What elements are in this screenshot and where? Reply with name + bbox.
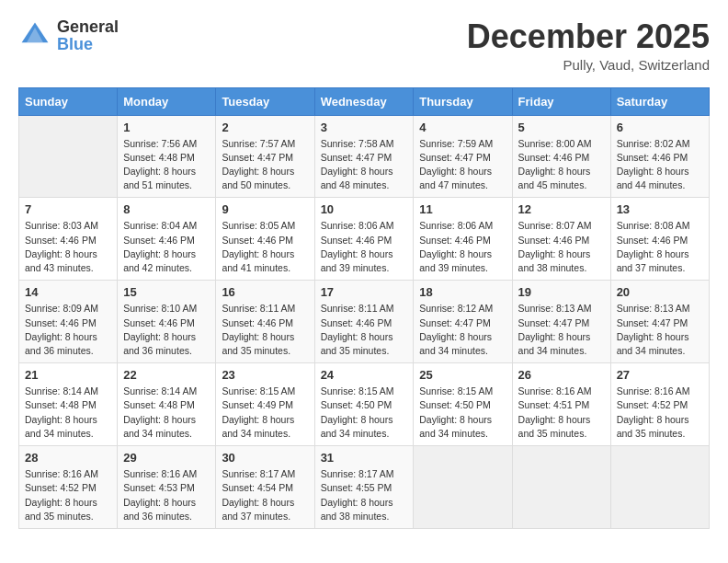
calendar-cell [512, 446, 610, 529]
calendar-cell: 9Sunrise: 8:05 AMSunset: 4:46 PMDaylight… [216, 198, 314, 281]
calendar-cell [610, 446, 709, 529]
cell-info: Sunrise: 7:56 AMSunset: 4:48 PMDaylight:… [123, 137, 210, 193]
title-block: December 2025 Pully, Vaud, Switzerland [467, 18, 710, 73]
day-number: 16 [222, 285, 308, 299]
logo-general: General [57, 17, 119, 36]
calendar-cell: 24Sunrise: 8:15 AMSunset: 4:50 PMDayligh… [314, 363, 414, 446]
cell-info: Sunrise: 8:17 AMSunset: 4:54 PMDaylight:… [222, 467, 308, 523]
weekday-header-sunday: Sunday [19, 87, 118, 115]
cell-info: Sunrise: 8:06 AMSunset: 4:46 PMDaylight:… [419, 219, 506, 275]
cell-info: Sunrise: 8:14 AMSunset: 4:48 PMDaylight:… [25, 385, 111, 441]
day-number: 9 [222, 202, 308, 216]
weekday-header-tuesday: Tuesday [216, 87, 314, 115]
day-number: 24 [321, 368, 408, 382]
cell-info: Sunrise: 8:11 AMSunset: 4:46 PMDaylight:… [321, 302, 408, 358]
week-row-1: 1Sunrise: 7:56 AMSunset: 4:48 PMDaylight… [19, 115, 710, 198]
logo-text: General Blue [57, 18, 119, 53]
day-number: 5 [518, 121, 605, 134]
week-row-4: 21Sunrise: 8:14 AMSunset: 4:48 PMDayligh… [19, 363, 710, 446]
day-number: 17 [321, 285, 408, 299]
weekday-header-monday: Monday [118, 87, 216, 115]
cell-info: Sunrise: 8:09 AMSunset: 4:46 PMDaylight:… [25, 302, 111, 358]
cell-info: Sunrise: 8:17 AMSunset: 4:55 PMDaylight:… [321, 467, 408, 523]
day-number: 26 [518, 368, 605, 382]
cell-info: Sunrise: 8:14 AMSunset: 4:48 PMDaylight:… [123, 385, 210, 441]
day-number: 25 [419, 368, 506, 382]
calendar-cell: 30Sunrise: 8:17 AMSunset: 4:54 PMDayligh… [216, 446, 314, 529]
calendar-cell: 16Sunrise: 8:11 AMSunset: 4:46 PMDayligh… [216, 281, 314, 363]
day-number: 18 [419, 285, 506, 299]
cell-info: Sunrise: 8:11 AMSunset: 4:46 PMDaylight:… [222, 302, 308, 358]
day-number: 15 [123, 285, 210, 299]
day-number: 10 [321, 202, 408, 216]
calendar-cell: 26Sunrise: 8:16 AMSunset: 4:51 PMDayligh… [512, 363, 610, 446]
cell-info: Sunrise: 8:13 AMSunset: 4:47 PMDaylight:… [518, 302, 605, 358]
cell-info: Sunrise: 7:57 AMSunset: 4:47 PMDaylight:… [222, 137, 308, 193]
calendar-table: SundayMondayTuesdayWednesdayThursdayFrid… [18, 87, 710, 529]
calendar-cell: 28Sunrise: 8:16 AMSunset: 4:52 PMDayligh… [19, 446, 118, 529]
logo-blue: Blue [57, 35, 93, 53]
calendar-cell: 13Sunrise: 8:08 AMSunset: 4:46 PMDayligh… [610, 198, 709, 281]
calendar-cell: 18Sunrise: 8:12 AMSunset: 4:47 PMDayligh… [414, 281, 512, 363]
calendar-cell: 4Sunrise: 7:59 AMSunset: 4:47 PMDaylight… [414, 115, 512, 198]
calendar-cell: 31Sunrise: 8:17 AMSunset: 4:55 PMDayligh… [314, 446, 414, 529]
cell-info: Sunrise: 8:04 AMSunset: 4:46 PMDaylight:… [123, 219, 210, 275]
calendar-cell: 29Sunrise: 8:16 AMSunset: 4:53 PMDayligh… [118, 446, 216, 529]
day-number: 12 [518, 202, 605, 216]
calendar-cell: 23Sunrise: 8:15 AMSunset: 4:49 PMDayligh… [216, 363, 314, 446]
cell-info: Sunrise: 8:16 AMSunset: 4:52 PMDaylight:… [617, 385, 703, 441]
weekday-header-friday: Friday [512, 87, 610, 115]
month-title: December 2025 [467, 18, 710, 55]
calendar-cell: 3Sunrise: 7:58 AMSunset: 4:47 PMDaylight… [314, 115, 414, 198]
cell-info: Sunrise: 8:16 AMSunset: 4:52 PMDaylight:… [25, 467, 111, 523]
logo: General Blue [18, 18, 119, 53]
day-number: 20 [617, 285, 703, 299]
day-number: 11 [419, 202, 506, 216]
day-number: 27 [617, 368, 703, 382]
weekday-header-row: SundayMondayTuesdayWednesdayThursdayFrid… [19, 87, 710, 115]
cell-info: Sunrise: 8:00 AMSunset: 4:46 PMDaylight:… [518, 137, 605, 193]
calendar-cell: 27Sunrise: 8:16 AMSunset: 4:52 PMDayligh… [610, 363, 709, 446]
calendar-cell: 1Sunrise: 7:56 AMSunset: 4:48 PMDaylight… [118, 115, 216, 198]
calendar-cell [19, 115, 118, 198]
cell-info: Sunrise: 7:59 AMSunset: 4:47 PMDaylight:… [419, 137, 506, 193]
calendar-cell: 12Sunrise: 8:07 AMSunset: 4:46 PMDayligh… [512, 198, 610, 281]
calendar-cell: 5Sunrise: 8:00 AMSunset: 4:46 PMDaylight… [512, 115, 610, 198]
cell-info: Sunrise: 8:08 AMSunset: 4:46 PMDaylight:… [617, 219, 703, 275]
day-number: 2 [222, 121, 308, 134]
day-number: 14 [25, 285, 111, 299]
cell-info: Sunrise: 8:10 AMSunset: 4:46 PMDaylight:… [123, 302, 210, 358]
week-row-3: 14Sunrise: 8:09 AMSunset: 4:46 PMDayligh… [19, 281, 710, 363]
calendar-cell: 8Sunrise: 8:04 AMSunset: 4:46 PMDaylight… [118, 198, 216, 281]
weekday-header-thursday: Thursday [414, 87, 512, 115]
calendar-cell: 14Sunrise: 8:09 AMSunset: 4:46 PMDayligh… [19, 281, 118, 363]
day-number: 21 [25, 368, 111, 382]
day-number: 6 [617, 121, 703, 134]
cell-info: Sunrise: 8:07 AMSunset: 4:46 PMDaylight:… [518, 219, 605, 275]
cell-info: Sunrise: 8:06 AMSunset: 4:46 PMDaylight:… [321, 219, 408, 275]
day-number: 8 [123, 202, 210, 216]
calendar-cell: 17Sunrise: 8:11 AMSunset: 4:46 PMDayligh… [314, 281, 414, 363]
calendar-cell: 15Sunrise: 8:10 AMSunset: 4:46 PMDayligh… [118, 281, 216, 363]
calendar-cell: 21Sunrise: 8:14 AMSunset: 4:48 PMDayligh… [19, 363, 118, 446]
location: Pully, Vaud, Switzerland [467, 57, 710, 73]
day-number: 23 [222, 368, 308, 382]
day-number: 4 [419, 121, 506, 134]
day-number: 19 [518, 285, 605, 299]
cell-info: Sunrise: 8:03 AMSunset: 4:46 PMDaylight:… [25, 219, 111, 275]
day-number: 28 [25, 451, 111, 465]
day-number: 30 [222, 451, 308, 465]
logo-icon [18, 19, 51, 52]
cell-info: Sunrise: 8:16 AMSunset: 4:51 PMDaylight:… [518, 385, 605, 441]
cell-info: Sunrise: 8:12 AMSunset: 4:47 PMDaylight:… [419, 302, 506, 358]
cell-info: Sunrise: 8:02 AMSunset: 4:46 PMDaylight:… [617, 137, 703, 193]
day-number: 3 [321, 121, 408, 134]
cell-info: Sunrise: 8:15 AMSunset: 4:49 PMDaylight:… [222, 385, 308, 441]
day-number: 1 [123, 121, 210, 134]
cell-info: Sunrise: 8:13 AMSunset: 4:47 PMDaylight:… [617, 302, 703, 358]
day-number: 31 [321, 451, 408, 465]
calendar-cell: 6Sunrise: 8:02 AMSunset: 4:46 PMDaylight… [610, 115, 709, 198]
calendar-cell: 25Sunrise: 8:15 AMSunset: 4:50 PMDayligh… [414, 363, 512, 446]
calendar-cell: 7Sunrise: 8:03 AMSunset: 4:46 PMDaylight… [19, 198, 118, 281]
weekday-header-saturday: Saturday [610, 87, 709, 115]
